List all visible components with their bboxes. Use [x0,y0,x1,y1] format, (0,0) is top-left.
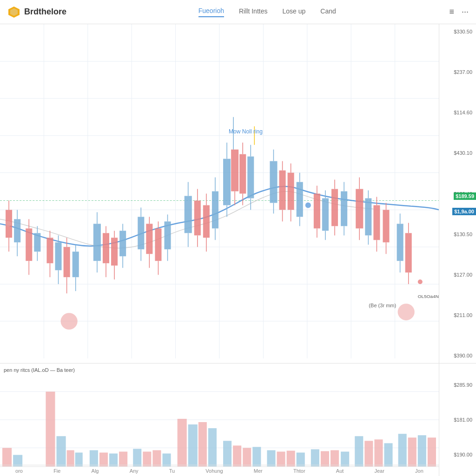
svg-rect-72 [194,200,201,235]
x-label-2: Alg [92,468,99,474]
main-chart: Mow Noll ring [0,24,476,364]
svg-rect-95 [270,161,277,203]
svg-text:Mow Noll ring: Mow Noll ring [229,128,263,135]
svg-rect-51 [111,238,118,265]
svg-rect-182 [418,435,426,467]
svg-rect-161 [188,424,198,467]
svg-rect-26 [26,228,32,261]
svg-rect-167 [252,447,261,466]
svg-point-140 [418,279,423,284]
header: Brdthelore Fueorioh Rillt Inttes Lose up… [0,0,476,24]
x-label-3: Any [130,468,139,474]
volume-chart-svg [0,364,439,476]
svg-point-107 [305,202,311,208]
svg-point-44 [61,313,78,330]
svg-rect-48 [103,233,109,263]
x-label-8: Aut [336,468,344,474]
svg-rect-38 [64,247,70,277]
svg-rect-176 [355,436,363,467]
svg-rect-175 [341,452,349,467]
svg-rect-163 [208,428,217,467]
svg-rect-32 [46,238,53,263]
svg-rect-85 [231,150,238,192]
vol-y-label-1: $285.90 [439,382,476,388]
svg-rect-78 [212,192,218,229]
tab-cand[interactable]: Cand [320,7,336,17]
x-label-6: Mer [254,468,263,474]
svg-rect-45 [93,224,101,261]
tab-lose-up[interactable]: Lose up [282,7,305,17]
svg-rect-183 [428,437,436,467]
svg-rect-169 [277,452,285,467]
svg-rect-160 [178,419,187,467]
svg-rect-66 [164,221,171,249]
svg-rect-123 [365,198,371,235]
volume-chart: pen ny ritcs (IAL.oD — Ba teer) [0,364,476,476]
y-label-9: $390.00 [439,353,476,358]
more-icon[interactable]: ··· [462,7,469,17]
svg-rect-81 [223,159,231,205]
svg-rect-172 [311,450,319,467]
header-right: ≡ ··· [449,7,469,17]
svg-rect-54 [119,231,126,256]
svg-rect-63 [155,228,161,261]
svg-point-142 [6,221,11,226]
volume-y-axis: $285.90 $181.00 $190.00 [439,364,476,476]
svg-rect-129 [383,210,389,242]
y-label-8: $211.00 [439,312,476,318]
x-axis: oro Fie Alg Any Tu Vohung Mer Thtor Aut … [0,465,439,476]
svg-rect-75 [203,205,210,238]
svg-rect-41 [73,251,79,277]
svg-rect-60 [146,224,152,254]
tab-rillt-inttes[interactable]: Rillt Inttes [239,7,267,17]
svg-rect-120 [356,189,363,229]
tab-fueorioh[interactable]: Fueorioh [198,7,224,17]
svg-rect-57 [138,217,144,249]
menu-icon[interactable]: ≡ [449,7,454,17]
y-label-4: $430.10 [439,150,476,156]
nav-tabs: Fueorioh Rillt Inttes Lose up Cand [85,7,449,17]
svg-rect-162 [198,422,207,467]
logo[interactable]: Brdthelore [7,6,66,19]
svg-rect-114 [331,189,338,226]
vol-y-label-3: $190.00 [439,452,476,457]
svg-point-139 [398,304,415,320]
svg-rect-165 [233,445,241,466]
svg-text:(Be (3r mm): (Be (3r mm) [369,303,396,308]
svg-rect-152 [90,450,98,467]
svg-rect-29 [34,233,40,251]
svg-rect-158 [152,450,161,467]
svg-rect-168 [267,450,275,467]
x-label-0: oro [15,468,23,474]
y-label-2: $237.00 [439,69,476,75]
svg-rect-156 [133,449,141,467]
svg-rect-150 [67,450,74,467]
svg-rect-108 [314,194,320,229]
y-label-6: $130.50 [439,231,476,237]
svg-rect-23 [14,219,20,242]
svg-rect-155 [119,452,127,467]
svg-rect-126 [373,205,380,240]
svg-rect-174 [331,450,339,467]
svg-rect-101 [288,173,294,210]
svg-rect-146 [2,448,12,467]
svg-rect-181 [408,437,416,467]
main-chart-svg: Mow Noll ring [0,24,439,363]
x-label-5: Vohung [205,468,223,474]
svg-rect-98 [279,171,286,210]
svg-rect-133 [397,224,403,261]
svg-rect-104 [297,182,303,217]
x-label-10: Jon [415,468,423,474]
svg-rect-148 [46,392,55,467]
svg-rect-164 [223,441,231,466]
y-label-7: $127.00 [439,272,476,278]
price-badge-blue: $1,9a.00 [452,208,476,215]
svg-rect-35 [55,242,62,270]
svg-rect-178 [374,439,383,466]
svg-rect-179 [384,443,393,466]
x-label-9: Jear [374,468,384,474]
svg-text:OL5Oa4N: OL5Oa4N [418,294,439,299]
x-label-1: Fie [53,468,60,474]
svg-rect-87 [239,154,246,194]
x-label-7: Thtor [293,468,305,474]
